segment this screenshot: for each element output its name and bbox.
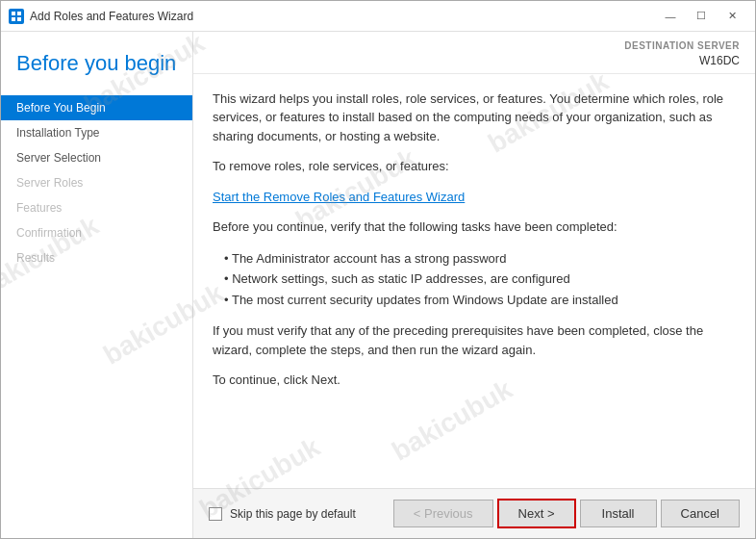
svg-rect-1 bbox=[17, 12, 21, 15]
svg-rect-0 bbox=[12, 12, 15, 15]
nav-item-server-selection[interactable]: Server Selection bbox=[1, 145, 192, 170]
main-content: This wizard helps you install roles, rol… bbox=[193, 74, 755, 488]
title-bar: Add Roles and Features Wizard — ☐ ✕ bbox=[1, 1, 755, 32]
left-panel: Before you begin Before You Begin Instal… bbox=[1, 32, 193, 538]
skip-area: Skip this page by default bbox=[209, 507, 356, 521]
wizard-title: Before you begin bbox=[1, 32, 192, 91]
cancel-button[interactable]: Cancel bbox=[661, 500, 740, 527]
nav-items: Before You Begin Installation Type Serve… bbox=[1, 91, 192, 538]
next-button[interactable]: Next > bbox=[497, 499, 576, 528]
close-button[interactable]: ✕ bbox=[717, 6, 747, 27]
wizard-window: Add Roles and Features Wizard — ☐ ✕ Befo… bbox=[0, 0, 756, 539]
right-panel: DESTINATION SERVER W16DC This wizard hel… bbox=[193, 32, 755, 538]
svg-rect-3 bbox=[17, 17, 21, 21]
svg-rect-2 bbox=[12, 17, 15, 21]
app-icon bbox=[9, 9, 24, 24]
continue-note: To continue, click Next. bbox=[213, 371, 736, 390]
verify-label: Before you continue, verify that the fol… bbox=[213, 218, 736, 237]
nav-item-features: Features bbox=[1, 195, 192, 220]
skip-label: Skip this page by default bbox=[230, 507, 356, 521]
intro-text: This wizard helps you install roles, rol… bbox=[213, 90, 736, 146]
content-area: Before you begin Before You Begin Instal… bbox=[1, 32, 755, 538]
title-bar-left: Add Roles and Features Wizard bbox=[9, 9, 193, 24]
minimize-button[interactable]: — bbox=[655, 6, 686, 27]
install-button[interactable]: Install bbox=[580, 500, 657, 527]
nav-item-installation-type[interactable]: Installation Type bbox=[1, 120, 192, 145]
remove-label: To remove roles, role services, or featu… bbox=[213, 157, 736, 176]
prereq-note: If you must verify that any of the prece… bbox=[213, 321, 736, 359]
bullet-item-3: The most current security updates from W… bbox=[224, 290, 736, 311]
footer-buttons: < Previous Next > Install Cancel bbox=[393, 499, 740, 528]
nav-item-server-roles: Server Roles bbox=[1, 170, 192, 195]
window-title: Add Roles and Features Wizard bbox=[30, 10, 193, 23]
bullet-list: The Administrator account has a strong p… bbox=[224, 248, 736, 311]
nav-item-confirmation: Confirmation bbox=[1, 220, 192, 245]
destination-info: DESTINATION SERVER W16DC bbox=[193, 32, 755, 74]
footer: Skip this page by default < Previous Nex… bbox=[193, 488, 755, 538]
bullet-item-2: Network settings, such as static IP addr… bbox=[224, 269, 736, 290]
skip-checkbox[interactable] bbox=[209, 507, 222, 521]
window-controls: — ☐ ✕ bbox=[655, 6, 747, 27]
destination-label: DESTINATION SERVER bbox=[209, 39, 740, 53]
nav-item-results: Results bbox=[1, 245, 192, 270]
previous-button[interactable]: < Previous bbox=[393, 500, 493, 527]
bullet-item-1: The Administrator account has a strong p… bbox=[224, 248, 736, 270]
destination-value: W16DC bbox=[209, 53, 740, 69]
maximize-button[interactable]: ☐ bbox=[686, 6, 717, 27]
remove-link[interactable]: Start the Remove Roles and Features Wiza… bbox=[213, 190, 465, 204]
nav-item-before-you-begin[interactable]: Before You Begin bbox=[1, 95, 192, 120]
